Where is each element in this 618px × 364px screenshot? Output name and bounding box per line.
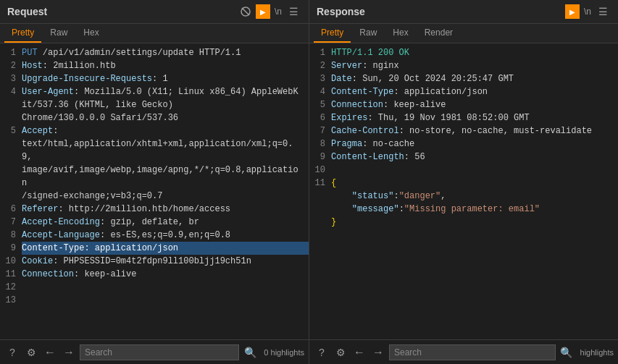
request-bottom: ? ⚙ ← → 🔍 0 highlights (0, 340, 309, 364)
request-back-button[interactable]: ← (42, 344, 58, 360)
request-line-12: 12 (0, 281, 309, 294)
response-send-icon[interactable]: ▶ (565, 4, 580, 19)
response-content: 1 HTTP/1.1 200 OK 2 Server: nginx 3 Date… (309, 43, 618, 339)
tab-response-raw[interactable]: Raw (352, 24, 384, 43)
response-line-10: 10 (309, 164, 618, 177)
request-help-icon[interactable]: ? (4, 344, 20, 360)
request-settings-icon[interactable]: ⚙ (23, 344, 39, 360)
response-tab-bar: Pretty Raw Hex Render (309, 24, 618, 43)
request-line-4: 4 User-Agent: Mozilla/5.0 (X11; Linux x8… (0, 85, 309, 124)
request-line-3: 3 Upgrade-Insecure-Requests: 1 (0, 72, 309, 85)
response-line-13: "message":"Missing parameter: email" (309, 203, 618, 216)
request-highlights: 0 highlights (264, 348, 304, 357)
response-line-7: 7 Cache-Control: no-store, no-cache, mus… (309, 124, 618, 137)
response-forward-button[interactable]: → (370, 344, 386, 360)
request-line-5: 5 Accept: text/html,application/xhtml+xm… (0, 124, 309, 203)
request-line-2: 2 Host: 2million.htb (0, 59, 309, 72)
response-settings-icon[interactable]: ⚙ (333, 344, 348, 360)
send-icon[interactable]: ▶ (256, 4, 270, 19)
request-forward-button[interactable]: → (61, 344, 77, 360)
response-line-8: 8 Pragma: no-cache (309, 137, 618, 151)
request-title: Request (7, 6, 234, 17)
request-header-icons: ▶ \n ☰ (237, 4, 301, 19)
response-header: Response ▶ \n ☰ (309, 0, 618, 24)
response-header-icons: ▶ \n ☰ (565, 4, 611, 19)
response-line-14: } (309, 216, 618, 229)
request-line-10: 10 Cookie: PHPSESSID=0m4t2fdpn9ll100bljj… (0, 255, 309, 268)
request-line-8: 8 Accept-Language: es-ES,es;q=0.9,en;q=0… (0, 229, 309, 242)
response-line-12: "status":"danger", (309, 190, 618, 203)
request-pane: Request ▶ \n ☰ Pretty Raw Hex (0, 0, 309, 339)
response-title: Response (317, 6, 562, 17)
no-intercept-icon[interactable] (237, 4, 254, 19)
request-line-11: 11 Connection: keep-alive (0, 268, 309, 281)
response-help-icon[interactable]: ? (314, 344, 330, 360)
response-highlights: highlights (580, 348, 614, 357)
request-content: 1 PUT /api/v1/admin/settings/update HTTP… (0, 43, 309, 339)
response-search-input[interactable] (389, 344, 556, 360)
menu-icon[interactable]: ☰ (286, 4, 301, 19)
svg-line-1 (242, 8, 249, 15)
tab-response-pretty[interactable]: Pretty (314, 24, 351, 43)
response-line-4: 4 Content-Type: application/json (309, 85, 618, 98)
request-line-9: 9 Content-Type: application/json (0, 242, 309, 255)
request-search-button[interactable]: 🔍 (242, 344, 258, 360)
tab-request-raw[interactable]: Raw (43, 24, 75, 43)
tab-response-hex[interactable]: Hex (385, 24, 415, 43)
response-line-1: 1 HTTP/1.1 200 OK (309, 46, 618, 59)
request-tab-bar: Pretty Raw Hex (0, 24, 309, 43)
response-line-2: 2 Server: nginx (309, 59, 618, 72)
response-back-button[interactable]: ← (351, 344, 367, 360)
tab-request-hex[interactable]: Hex (76, 24, 106, 43)
response-search-button[interactable]: 🔍 (559, 344, 575, 360)
request-line-7: 7 Accept-Encoding: gzip, deflate, br (0, 216, 309, 229)
tab-request-pretty[interactable]: Pretty (4, 24, 41, 43)
bottom-bar: ? ⚙ ← → 🔍 0 highlights ? ⚙ ← → 🔍 highlig… (0, 339, 618, 364)
response-tag-icon[interactable]: \n (581, 5, 594, 18)
request-search-input[interactable] (80, 344, 239, 360)
request-line-13: 13 (0, 294, 309, 307)
response-line-6: 6 Expires: Thu, 19 Nov 1981 08:52:00 GMT (309, 111, 618, 124)
tag-icon[interactable]: \n (272, 5, 285, 18)
response-bottom: ? ⚙ ← → 🔍 highlights (309, 340, 618, 364)
response-menu-icon[interactable]: ☰ (596, 4, 611, 19)
response-line-11: 11 { (309, 177, 618, 190)
tab-response-render[interactable]: Render (417, 24, 460, 43)
request-header: Request ▶ \n ☰ (0, 0, 309, 24)
request-line-1: 1 PUT /api/v1/admin/settings/update HTTP… (0, 46, 309, 59)
response-pane: Response ▶ \n ☰ Pretty Raw Hex Render 1 … (309, 0, 618, 339)
response-line-9: 9 Content-Length: 56 (309, 151, 618, 164)
response-line-5: 5 Connection: keep-alive (309, 98, 618, 111)
response-line-3: 3 Date: Sun, 20 Oct 2024 20:25:47 GMT (309, 72, 618, 85)
request-line-6: 6 Referer: http://2million.htb/home/acce… (0, 203, 309, 216)
